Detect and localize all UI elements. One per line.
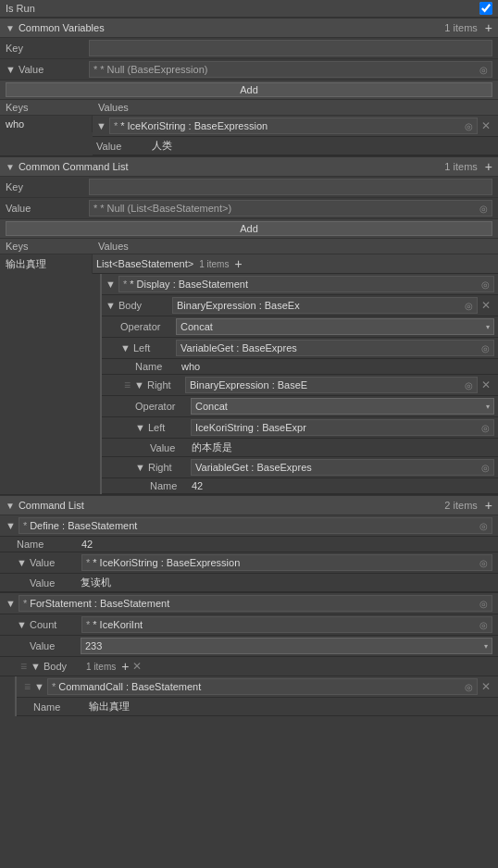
cl-e1-b0-type-box[interactable]: * CommandCall : BaseStatement ◎ — [47, 678, 478, 695]
cl-e1-cv-select[interactable]: 233 ▾ — [81, 638, 492, 654]
ccl-list-add[interactable]: + — [234, 256, 242, 271]
cl-e1-body-add[interactable]: + — [121, 659, 129, 674]
ccl-count: 1 items — [444, 161, 477, 172]
ccl-rr-eye: ◎ — [481, 463, 490, 473]
ccl-key-label: Key — [6, 181, 89, 192]
ccl-body-value-box[interactable]: BinaryExpression : BaseEx ◎ — [172, 297, 478, 314]
cl-e1-body-entries: ≡ ▼ * CommandCall : BaseStatement ◎ ✕ Na… — [15, 676, 498, 716]
ccl-op-label: Operator — [120, 321, 176, 332]
cl-e0-type-box[interactable]: * Define : BaseStatement ◎ — [19, 517, 492, 534]
cl-e0-name-label: Name — [17, 539, 81, 550]
cv-entry-who-val: ▼ * * IceKoriString : BaseExpression ◎ ✕… — [93, 116, 498, 155]
ccl-body-eye: ◎ — [465, 301, 473, 311]
ccl-op-select[interactable]: Concat ▾ — [176, 318, 494, 335]
cv-value-label: ▼ Value — [6, 64, 89, 75]
ccl-rop-select[interactable]: Concat ▾ — [191, 398, 494, 415]
cv-who-eye: ◎ — [465, 121, 473, 131]
ccl-display-block: ▼ * * Display : BaseStatement ◎ ▼ Body B… — [100, 274, 498, 494]
ccl-op-value: Concat — [181, 321, 486, 332]
ccl-list-header: List<BaseStatement> 1 items + — [96, 256, 494, 271]
ccl-right-value-box[interactable]: BinaryExpression : BaseE ◎ — [185, 377, 478, 393]
ccl-add-row: Add — [0, 219, 498, 239]
ccl-title: Common Command List — [19, 161, 444, 172]
common-command-list-section: ▼ Common Command List 1 items + Key Valu… — [0, 156, 498, 495]
ccl-eye: ◎ — [479, 204, 488, 214]
ccl-display-eye: ◎ — [481, 279, 490, 290]
cl-e0-name-value: 42 — [81, 539, 93, 550]
ccl-op-arrow: ▾ — [486, 323, 490, 331]
cl-e1-body-count: 1 items — [86, 662, 116, 672]
ccl-body-label: ▼ Body — [106, 300, 172, 311]
ccl-null-box[interactable]: * * Null (List<BaseStatement>) ◎ — [89, 200, 492, 217]
ccl-rr-value-box[interactable]: VariableGet : BaseExpres ◎ — [191, 459, 494, 476]
ccl-body-close[interactable]: ✕ — [478, 299, 494, 312]
top-bar: Is Run — [0, 0, 498, 18]
cl-e0-val-type: * IceKoriString : BaseExpression — [93, 557, 476, 568]
cl-e1-count-eye: ◎ — [479, 620, 488, 630]
cl-e1-b0-name-value: 输出真理 — [89, 700, 130, 713]
cl-arrow: ▼ — [6, 501, 15, 511]
ccl-arrow: ▼ — [6, 162, 15, 172]
ccl-rl-vl: Value — [150, 442, 192, 453]
ccl-left-value-box[interactable]: VariableGet : BaseExpres ◎ — [176, 340, 494, 356]
cl-e0-val-box[interactable]: * * IceKoriString : BaseExpression ◎ — [81, 554, 492, 571]
ccl-display-type[interactable]: * * Display : BaseStatement ◎ — [118, 276, 494, 292]
cv-key-input[interactable] — [89, 40, 492, 56]
cl-header: ▼ Command List 2 items + — [0, 495, 498, 515]
cv-who-type-box[interactable]: * * IceKoriString : BaseExpression ◎ — [109, 118, 478, 134]
cl-e1-b0-close[interactable]: ✕ — [478, 680, 494, 693]
cv-who-value-data: 人类 — [152, 139, 494, 153]
cv-who-close[interactable]: ✕ — [478, 119, 494, 132]
common-variables-count: 1 items — [444, 22, 477, 33]
ccl-list-count: 1 items — [199, 259, 229, 269]
cv-value-box[interactable]: * * Null (BaseExpression) ◎ — [89, 61, 492, 78]
ccl-rop-value: Concat — [195, 401, 486, 412]
ccl-entry-0-key: 输出真理 — [0, 254, 93, 274]
cl-e1-type-box[interactable]: * ForStatement : BaseStatement ◎ — [19, 595, 492, 612]
is-run-checkbox[interactable] — [479, 2, 492, 15]
cl-entry-1: ▼ * ForStatement : BaseStatement ◎ ▼ Cou… — [0, 593, 498, 716]
ccl-left-eye: ◎ — [481, 343, 490, 353]
ccl-right-label: ▼ Right — [134, 379, 185, 391]
cl-e1-arrow: ▼ — [6, 598, 16, 609]
ccl-header: ▼ Common Command List 1 items + — [0, 156, 498, 177]
cl-e1-drag[interactable]: ≡ — [17, 660, 31, 673]
cl-e1-count-type: * IceKoriInt — [93, 619, 476, 630]
common-variables-add-btn[interactable]: + — [485, 21, 492, 34]
ccl-left-value: VariableGet : BaseExpres — [181, 342, 478, 353]
ccl-entry-0: 输出真理 List<BaseStatement> 1 items + ▼ * *… — [0, 254, 498, 495]
cl-e1-eye: ◎ — [479, 599, 488, 609]
ccl-name-value: who — [181, 361, 200, 372]
ccl-key-input[interactable] — [89, 179, 492, 195]
cv-add-row: Add — [0, 81, 498, 100]
cl-title: Command List — [19, 500, 444, 511]
cl-e1-body-close[interactable]: ✕ — [129, 660, 145, 673]
ccl-rl-label: ▼ Left — [135, 422, 191, 433]
cv-add-button[interactable]: Add — [6, 82, 492, 97]
cl-e1-b0-arrow: ▼ — [34, 681, 44, 692]
common-variables-arrow: ▼ — [6, 23, 15, 33]
cl-e1-count-box[interactable]: * * IceKoriInt ◎ — [81, 616, 492, 633]
ccl-drag-handle[interactable]: ≡ — [120, 378, 134, 391]
cv-null-asterisk: * — [93, 64, 97, 75]
cv-table-header: Keys Values — [0, 100, 498, 116]
ccl-add-btn[interactable]: + — [485, 160, 492, 173]
ccl-rop-arrow: ▾ — [486, 403, 490, 411]
cl-e1-cv-value: 233 — [85, 640, 484, 651]
cv-key-row: Key — [0, 38, 498, 59]
ccl-add-button[interactable]: Add — [6, 221, 492, 236]
cl-add-btn[interactable]: + — [485, 499, 492, 512]
cl-e0-eye: ◎ — [479, 521, 488, 531]
ccl-body-value: BinaryExpression : BaseEx — [177, 300, 461, 311]
cl-e1-b0-drag[interactable]: ≡ — [20, 680, 34, 693]
cl-entry-0: ▼ * Define : BaseStatement ◎ Name 42 ▼ V… — [0, 515, 498, 593]
cv-entry-who: who ▼ * * IceKoriString : BaseExpression… — [0, 116, 498, 156]
ccl-values-header: Values — [98, 241, 492, 252]
ccl-list-title: List<BaseStatement> — [96, 258, 193, 269]
ccl-rr-label: ▼ Right — [135, 462, 191, 473]
ccl-name-label: Name — [135, 361, 181, 372]
ccl-rl-value-box[interactable]: IceKoriString : BaseExpr ◎ — [191, 419, 494, 436]
cl-e0-val-label: ▼ Value — [17, 557, 81, 568]
ccl-right-close[interactable]: ✕ — [478, 378, 494, 391]
cv-entry-who-key: who — [0, 116, 93, 132]
